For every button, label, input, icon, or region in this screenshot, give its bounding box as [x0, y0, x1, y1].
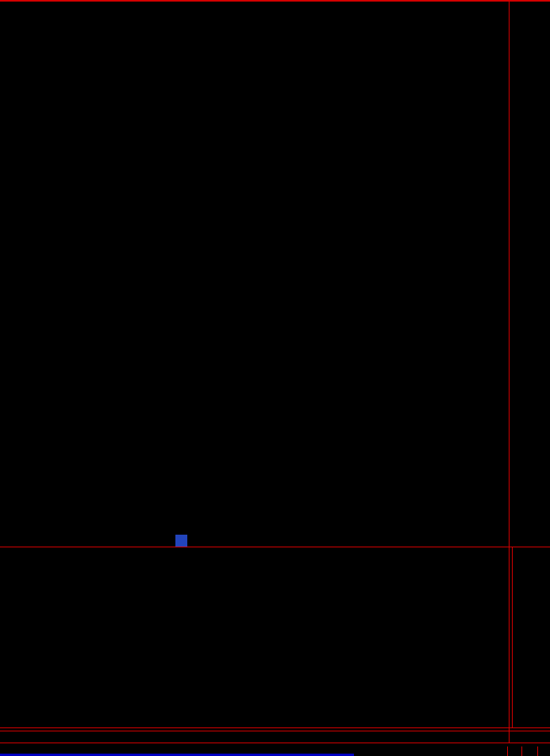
- bottom-separator-3: [537, 746, 538, 756]
- date-axis-top-border: [0, 731, 550, 731]
- finance-report-icon: [175, 535, 187, 547]
- candlestick-chart[interactable]: [0, 0, 550, 547]
- bottom-separator-2: [521, 746, 522, 756]
- oscillator-panel[interactable]: [0, 547, 550, 727]
- date-axis[interactable]: [0, 727, 550, 743]
- bottom-separator-1: [507, 746, 508, 756]
- stock-chart-app-window: [0, 0, 550, 756]
- date-axis-bottom-border: [0, 743, 550, 743]
